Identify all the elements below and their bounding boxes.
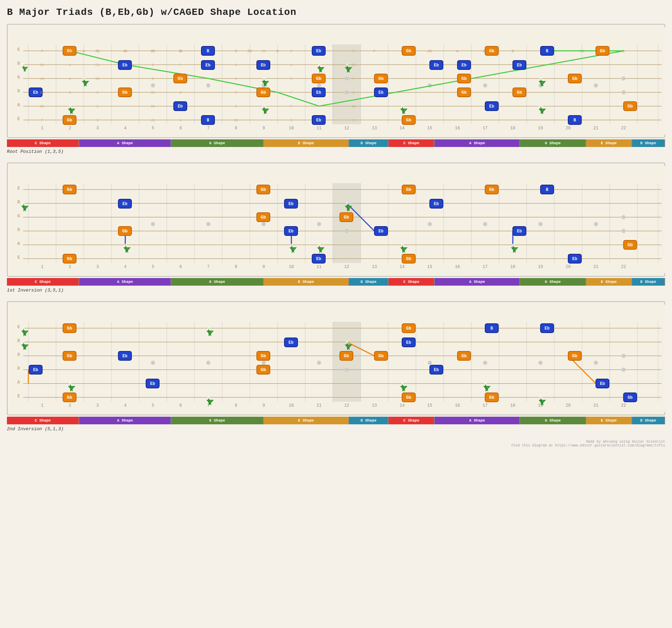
svg-text:Gb: Gb bbox=[572, 353, 578, 359]
svg-text:Gb: Gb bbox=[67, 187, 72, 192]
svg-text:Gb: Gb bbox=[378, 353, 384, 359]
svg-text:2: 2 bbox=[69, 126, 71, 131]
svg-text:B: B bbox=[263, 77, 265, 81]
svg-text:Eb: Eb bbox=[600, 381, 605, 386]
svg-text:Ab: Ab bbox=[123, 49, 127, 53]
svg-text:Gb: Gb bbox=[517, 90, 522, 95]
svg-text:Gb: Gb bbox=[344, 353, 349, 359]
svg-text:Gb: Gb bbox=[461, 353, 467, 359]
svg-point-427 bbox=[621, 368, 626, 372]
svg-text:Db: Db bbox=[247, 49, 252, 53]
shape-c2: C Shape bbox=[389, 417, 435, 424]
shape-e1: E Shape bbox=[264, 139, 349, 147]
svg-text:14: 14 bbox=[400, 126, 405, 131]
svg-text:B: B bbox=[401, 382, 404, 386]
shape-g1: G Shape bbox=[171, 278, 263, 286]
svg-text:8: 8 bbox=[235, 403, 237, 408]
svg-text:Gb: Gb bbox=[261, 353, 266, 359]
svg-text:G: G bbox=[97, 49, 99, 53]
footer: Made by aktvang using Guitar Scientist F… bbox=[7, 440, 665, 447]
fretboard-svg-first: E B G D A E 12 34 56 78 910 1112 1314 15… bbox=[8, 166, 665, 273]
svg-text:B: B bbox=[208, 326, 210, 331]
footer-made-by: Made by aktvang using Guitar Scientist bbox=[586, 440, 665, 444]
svg-text:13: 13 bbox=[372, 265, 377, 269]
svg-text:13: 13 bbox=[372, 403, 377, 408]
shape-d2: D Shape bbox=[632, 417, 665, 424]
first-inversion-label: 1st Inversion (3,5,1) bbox=[7, 288, 665, 293]
svg-text:D: D bbox=[69, 63, 71, 67]
svg-text:G: G bbox=[17, 352, 20, 357]
svg-text:Ab: Ab bbox=[40, 77, 44, 81]
svg-text:Eb: Eb bbox=[289, 340, 293, 345]
svg-point-61 bbox=[151, 83, 155, 87]
svg-text:E: E bbox=[17, 255, 20, 260]
svg-text:B: B bbox=[69, 91, 71, 95]
svg-text:12: 12 bbox=[344, 403, 349, 408]
svg-text:B: B bbox=[318, 243, 321, 247]
svg-text:Gb: Gb bbox=[67, 395, 72, 400]
svg-text:Ab: Ab bbox=[427, 49, 432, 53]
svg-text:B: B bbox=[22, 340, 25, 344]
svg-text:12: 12 bbox=[344, 265, 349, 269]
svg-text:A: A bbox=[69, 77, 71, 81]
svg-text:D: D bbox=[180, 91, 182, 95]
svg-text:Eb: Eb bbox=[434, 202, 439, 206]
svg-text:Gb: Gb bbox=[344, 215, 349, 220]
svg-text:20: 20 bbox=[566, 126, 571, 131]
svg-text:Bb: Bb bbox=[40, 91, 44, 95]
svg-text:Gb: Gb bbox=[67, 326, 72, 331]
svg-text:11: 11 bbox=[317, 403, 321, 408]
svg-text:Gb: Gb bbox=[627, 104, 633, 109]
svg-text:Gb: Gb bbox=[406, 187, 411, 192]
svg-text:B: B bbox=[290, 119, 292, 122]
svg-text:Gb: Gb bbox=[489, 187, 494, 192]
svg-text:17: 17 bbox=[483, 403, 488, 408]
svg-text:D: D bbox=[17, 366, 20, 371]
svg-text:B: B bbox=[17, 200, 20, 205]
svg-point-422 bbox=[428, 361, 432, 365]
svg-text:6: 6 bbox=[179, 126, 182, 131]
svg-point-62 bbox=[206, 83, 210, 87]
svg-text:3: 3 bbox=[96, 265, 99, 269]
svg-text:Gb: Gb bbox=[406, 48, 411, 54]
fretboard-root: E B G D A E 1 2 3 4 5 6 7 8 9 10 11 12 bbox=[7, 24, 665, 138]
svg-text:3: 3 bbox=[96, 403, 99, 408]
svg-text:Eb: Eb bbox=[289, 229, 293, 234]
svg-text:Eb: Eb bbox=[462, 63, 466, 68]
svg-text:E: E bbox=[235, 91, 237, 95]
svg-text:B: B bbox=[512, 49, 514, 53]
svg-text:1: 1 bbox=[41, 403, 43, 408]
svg-text:B: B bbox=[291, 243, 293, 247]
shape-e1: E Shape bbox=[264, 417, 349, 424]
svg-text:E: E bbox=[17, 186, 20, 191]
svg-text:Bb: Bb bbox=[96, 77, 100, 81]
shape-d1: D Shape bbox=[349, 139, 389, 147]
shape-e2: E Shape bbox=[586, 278, 632, 286]
svg-text:B: B bbox=[207, 118, 209, 123]
svg-text:G: G bbox=[17, 213, 20, 219]
svg-text:B: B bbox=[17, 338, 20, 343]
shape-c2: C Shape bbox=[389, 278, 435, 286]
svg-text:B: B bbox=[207, 49, 209, 54]
svg-text:Eb: Eb bbox=[122, 202, 127, 206]
svg-text:16: 16 bbox=[455, 265, 460, 269]
svg-text:D: D bbox=[17, 227, 20, 232]
svg-text:8: 8 bbox=[235, 126, 237, 131]
svg-text:B: B bbox=[401, 104, 404, 109]
svg-text:Eb: Eb bbox=[316, 90, 321, 95]
svg-text:Eb: Eb bbox=[572, 257, 577, 261]
shape-a1: A Shape bbox=[79, 278, 171, 286]
svg-text:Eb: Eb bbox=[316, 257, 321, 261]
svg-text:G: G bbox=[83, 49, 85, 53]
svg-text:B: B bbox=[490, 326, 493, 331]
svg-point-291 bbox=[317, 222, 321, 226]
svg-point-298 bbox=[621, 215, 626, 219]
svg-text:F: F bbox=[373, 49, 375, 53]
svg-point-425 bbox=[594, 361, 598, 365]
page-title: B Major Triads (B,Eb,Gb) w/CAGED Shape L… bbox=[7, 7, 665, 18]
shape-a2: A Shape bbox=[435, 139, 520, 147]
svg-text:E: E bbox=[17, 116, 20, 121]
svg-text:11: 11 bbox=[317, 265, 321, 269]
second-inversion-label: 2nd Inversion (5,1,3) bbox=[7, 426, 665, 432]
svg-text:Ab: Ab bbox=[262, 63, 266, 67]
